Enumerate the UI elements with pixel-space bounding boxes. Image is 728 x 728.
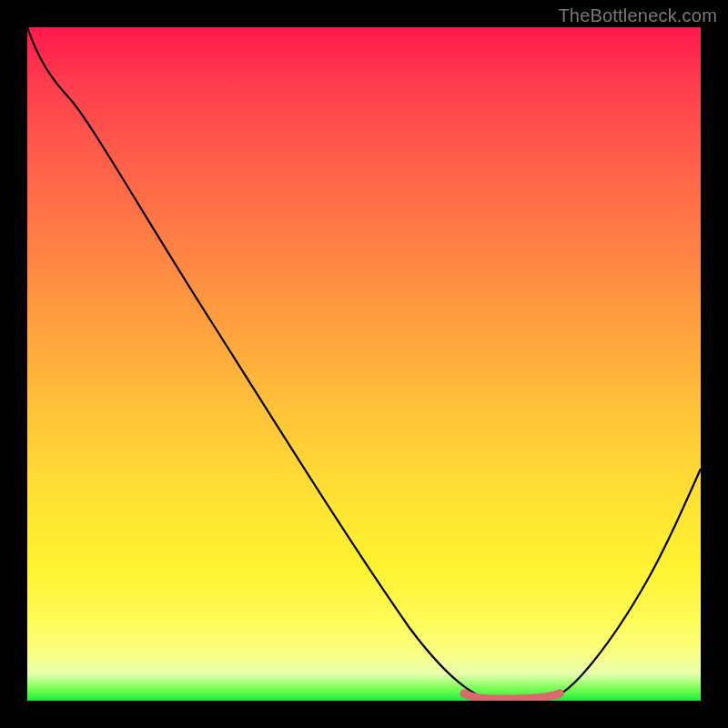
trough-marker-right-dot (556, 690, 564, 698)
chart-frame: TheBottleneck.com (0, 0, 728, 728)
curve-layer (27, 27, 701, 701)
watermark-text: TheBottleneck.com (558, 5, 717, 26)
trough-marker-left-dot (460, 690, 469, 698)
trough-marker (464, 693, 560, 699)
plot-area (27, 27, 701, 701)
bottleneck-curve (27, 27, 701, 698)
